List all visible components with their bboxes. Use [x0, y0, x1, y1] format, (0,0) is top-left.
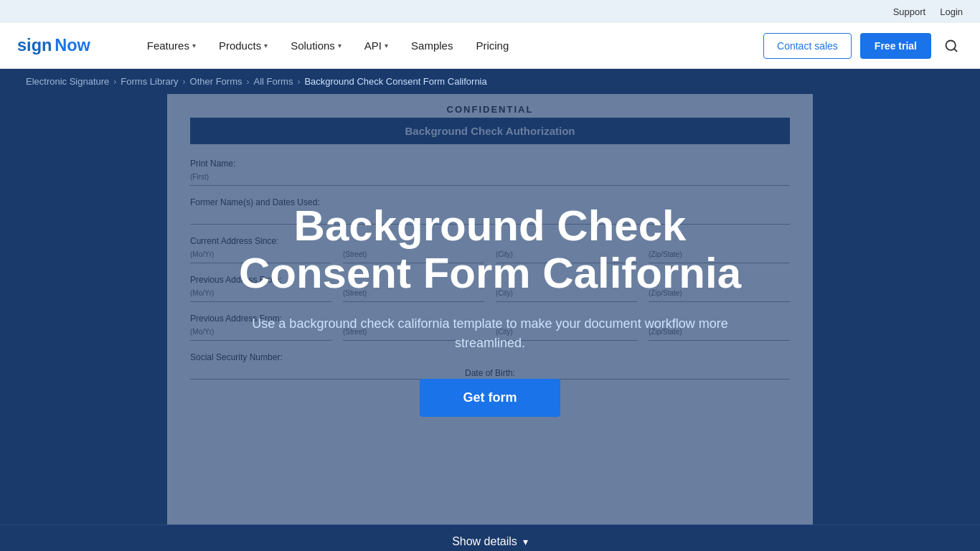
breadcrumb-sep-4: › — [297, 77, 300, 87]
login-link[interactable]: Login — [940, 6, 963, 17]
search-icon — [944, 39, 958, 53]
chevron-down-icon: ▾ — [523, 536, 528, 547]
nav-item-api[interactable]: API ▾ — [354, 34, 398, 57]
logo[interactable]: sign Now — [17, 33, 114, 59]
utility-bar: Support Login — [0, 0, 980, 23]
free-trial-button[interactable]: Free trial — [860, 33, 931, 59]
form-confidential-label: CONFIDENTIAL — [190, 104, 790, 115]
nav-item-pricing[interactable]: Pricing — [466, 34, 519, 57]
nav-item-samples[interactable]: Samples — [401, 34, 463, 57]
features-chevron-icon: ▾ — [192, 42, 196, 50]
breadcrumb-item-all-forms[interactable]: All Forms — [254, 76, 293, 87]
breadcrumb-item-forms-library[interactable]: Forms Library — [121, 76, 178, 87]
get-form-button[interactable]: Get form — [420, 379, 560, 417]
nav-items: Features ▾ Products ▾ Solutions ▾ API ▾ … — [137, 34, 763, 57]
form-title-row: Background Check Authorization — [190, 118, 790, 144]
hero-section: CONFIDENTIAL Background Check Authorizat… — [0, 94, 980, 524]
hero-subtitle: Use a background check california templa… — [232, 314, 748, 353]
support-link[interactable]: Support — [893, 6, 926, 17]
show-details-text[interactable]: Show details — [452, 535, 517, 548]
main-nav: sign Now Features ▾ Products ▾ Solutions… — [0, 23, 980, 69]
form-authorization-title: Background Check Authorization — [202, 125, 778, 137]
products-chevron-icon: ▾ — [264, 42, 268, 50]
svg-text:Now: Now — [55, 36, 90, 55]
contact-sales-button[interactable]: Contact sales — [763, 33, 852, 59]
hero-overlay: Background Check Consent Form California… — [203, 159, 777, 460]
nav-item-products[interactable]: Products ▾ — [209, 34, 278, 57]
nav-actions: Contact sales Free trial — [763, 33, 963, 59]
breadcrumb-sep-2: › — [183, 77, 186, 87]
breadcrumb-current: Background Check Consent Form California — [304, 76, 486, 87]
breadcrumb-item-electronic-signature[interactable]: Electronic Signature — [26, 76, 109, 87]
nav-item-features[interactable]: Features ▾ — [137, 34, 206, 57]
hero-title: Background Check Consent Form California — [232, 202, 748, 297]
breadcrumb: Electronic Signature › Forms Library › O… — [0, 69, 980, 94]
svg-text:sign: sign — [17, 36, 52, 55]
svg-line-3 — [954, 48, 957, 51]
breadcrumb-item-other-forms[interactable]: Other Forms — [190, 76, 242, 87]
api-chevron-icon: ▾ — [385, 42, 388, 50]
nav-item-solutions[interactable]: Solutions ▾ — [281, 34, 352, 57]
breadcrumb-sep-1: › — [113, 77, 116, 87]
breadcrumb-sep-3: › — [247, 77, 250, 87]
search-button[interactable] — [940, 34, 963, 57]
show-details-bar: Show details ▾ — [0, 524, 980, 551]
solutions-chevron-icon: ▾ — [338, 42, 341, 50]
